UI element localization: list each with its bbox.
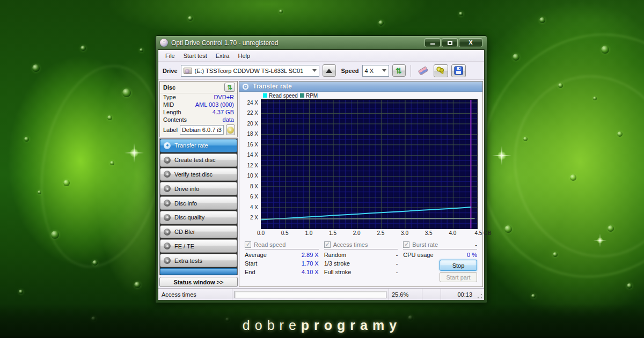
refresh-arrows-icon: ⇅	[396, 67, 402, 75]
read-speed-checkbox[interactable]	[245, 241, 251, 248]
refresh-speeds-button[interactable]: ⇅	[392, 64, 406, 77]
refresh-disc-button[interactable]: ⇅	[224, 83, 235, 92]
water-droplet	[80, 46, 86, 51]
current-task-label: Access times	[158, 289, 232, 300]
sidebar-item-verify-test-disc[interactable]: Verify test disc	[160, 168, 237, 181]
access-times-column: Access times Random- 1/3 stroke- Full st…	[324, 241, 398, 282]
register-button[interactable]	[434, 64, 448, 77]
menu-help[interactable]: Help	[234, 52, 254, 60]
left-column: Disc ⇅ Type DVD+R MID AML 003 (000) Le	[159, 81, 238, 287]
x-axis-tick-label: 0.5	[276, 230, 294, 236]
water-droplet	[32, 64, 40, 72]
status-window-button[interactable]: Status window >>	[159, 277, 238, 287]
chart-title: Transfer rate	[253, 83, 292, 90]
disc-icon	[164, 142, 171, 149]
minimize-button[interactable]	[425, 38, 441, 47]
titlebar[interactable]: Opti Drive Control 1.70 - unregistered X	[158, 36, 485, 49]
disc-icon	[243, 84, 248, 90]
disc-mid-row: MID AML 003 (000)	[160, 101, 237, 108]
cpu-usage-value: 0 %	[467, 252, 477, 258]
maximize-button[interactable]	[442, 38, 458, 47]
burst-rate-checkbox[interactable]	[403, 241, 409, 248]
minimize-icon	[430, 43, 435, 45]
access-times-header: Access times	[333, 241, 368, 248]
water-droplet	[570, 174, 576, 181]
menu-file[interactable]: File	[162, 52, 179, 60]
water-droplet	[539, 17, 545, 23]
eject-button[interactable]	[323, 64, 336, 77]
transfer-chart-plot	[261, 99, 478, 229]
disc-icon	[164, 257, 171, 264]
water-droplet	[513, 54, 519, 61]
disc-contents-value: data	[223, 116, 234, 123]
speed-label: Speed	[341, 68, 359, 74]
sparkle	[125, 143, 144, 163]
disc-contents-label: Contents	[163, 116, 187, 123]
sidebar-item-disc-quality[interactable]: Disc quality	[160, 211, 237, 224]
promo-background: Opti Drive Control 1.70 - unregistered X…	[0, 0, 644, 338]
burst-rate-column: Burst rate - CPU usage0 % Stop Start par…	[403, 241, 477, 282]
disc-info-panel: Disc ⇅ Type DVD+R MID AML 003 (000) Le	[159, 81, 238, 137]
sidebar-item-label: Create test disc	[174, 157, 215, 163]
chart-area: 2 X4 X6 X8 X10 X12 X14 X16 X18 X20 X22 X…	[239, 99, 482, 240]
disc-label-input[interactable]	[180, 125, 224, 135]
disc-icon	[164, 229, 171, 236]
progress-percent: 25.6%	[389, 289, 422, 300]
start-part-button[interactable]: Start part	[440, 272, 477, 282]
menu-extra[interactable]: Extra	[212, 52, 233, 60]
window-client-area: File Start test Extra Help Drive (E:) TS…	[158, 49, 485, 300]
y-axis-tick-label: 18 X	[240, 131, 258, 137]
disc-label-button[interactable]	[226, 124, 235, 135]
legend-swatch-rpm	[300, 93, 304, 98]
app-disc-icon	[160, 39, 168, 47]
sidebar-item-create-test-disc[interactable]: Create test disc	[160, 153, 237, 167]
water-droplet	[523, 137, 528, 141]
chevron-down-icon	[312, 69, 317, 72]
water-droplet	[558, 83, 563, 88]
sidebar-item-label: Verify test disc	[174, 171, 213, 178]
sparkle	[492, 146, 511, 165]
x-axis-tick-label: 0.0	[252, 230, 270, 236]
y-axis-tick-label: 16 X	[240, 142, 258, 148]
stop-button[interactable]: Stop	[440, 260, 477, 271]
sidebar-item-extra-tests[interactable]: Extra tests	[160, 254, 237, 267]
x-axis-tick-label: 2.5	[371, 230, 390, 236]
x-axis-tick-label: 1.5	[324, 230, 342, 236]
close-button[interactable]: X	[459, 38, 482, 47]
disc-type-label: Type	[163, 94, 176, 100]
end-label: End	[245, 269, 255, 275]
access-times-checkbox[interactable]	[324, 241, 331, 248]
sidebar-item-transfer-rate[interactable]: Transfer rate	[160, 139, 237, 152]
toolbar-separator	[411, 65, 411, 77]
drive-select[interactable]: (E:) TSSTcorp CDDVDW TS-L633L SC01	[181, 65, 319, 77]
speed-select[interactable]: 4 X	[362, 65, 389, 77]
erase-disc-button[interactable]	[416, 64, 430, 77]
keys-icon	[436, 67, 445, 75]
save-button[interactable]	[451, 64, 466, 77]
water-droplet	[63, 180, 70, 186]
water-droplet	[110, 161, 114, 165]
random-value: -	[396, 252, 398, 258]
drive-select-value: (E:) TSSTcorp CDDVDW TS-L633L SC01	[195, 68, 304, 74]
end-value: 4.10 X	[302, 269, 319, 275]
menu-start-test[interactable]: Start test	[180, 52, 211, 60]
sidebar-item-fe-te[interactable]: FE / TE	[160, 239, 237, 253]
resize-grip[interactable]	[477, 293, 483, 299]
sidebar-item-cd-bler[interactable]: CD Bler	[160, 225, 237, 239]
close-icon: X	[459, 39, 482, 46]
y-axis-tick-label: 6 X	[240, 194, 258, 200]
sidebar-item-label: Transfer rate	[174, 142, 208, 149]
sidebar-item-disc-info[interactable]: Disc info	[160, 196, 237, 210]
water-droplet	[188, 16, 193, 21]
status-bar-spacer	[422, 289, 441, 300]
sidebar-item-drive-info[interactable]: Drive info	[160, 182, 237, 195]
main-area: Disc ⇅ Type DVD+R MID AML 003 (000) Le	[158, 80, 484, 288]
water-droplet	[38, 190, 41, 194]
y-axis-tick-label: 24 X	[240, 100, 258, 106]
water-droplet	[627, 283, 632, 289]
chevron-down-icon	[382, 69, 386, 72]
brand-bold: programy	[301, 318, 401, 333]
app-window: Opti Drive Control 1.70 - unregistered X…	[155, 35, 487, 303]
water-droplet	[378, 20, 384, 26]
x-axis-tick-label: 3.5	[420, 230, 438, 236]
